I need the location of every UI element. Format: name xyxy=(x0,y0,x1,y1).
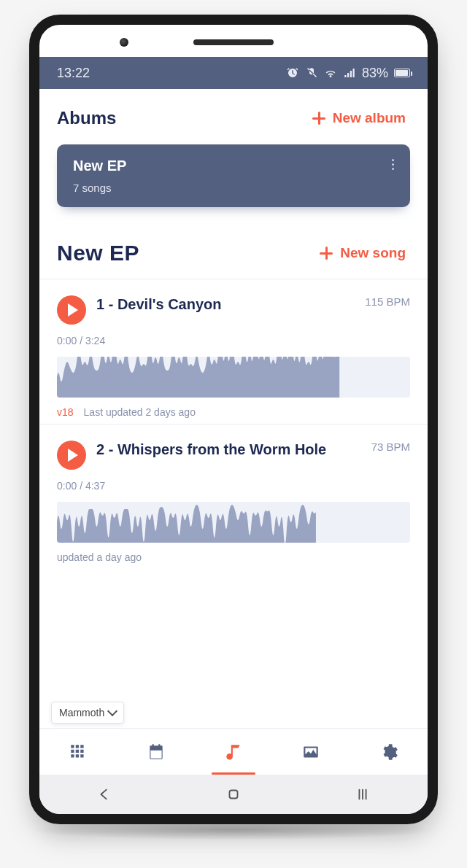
song-row: 1 - Devil's Canyon 115 BPM 0:00 / 3:24 xyxy=(57,279,410,424)
new-album-button[interactable]: New album xyxy=(312,110,410,126)
chevron-down-icon xyxy=(107,706,117,716)
system-nav xyxy=(39,775,428,814)
song-time: 0:00 / 3:24 xyxy=(57,335,410,346)
tab-music[interactable] xyxy=(217,743,250,762)
project-dropdown-label: Mammoth xyxy=(59,707,104,718)
gallery-icon xyxy=(301,743,320,762)
new-song-button[interactable]: New song xyxy=(320,245,410,261)
back-icon xyxy=(96,786,112,802)
song-bpm: 73 BPM xyxy=(371,441,410,453)
waveform[interactable] xyxy=(57,357,410,398)
recents-icon xyxy=(355,786,371,802)
plus-icon xyxy=(320,247,333,260)
app-scroll[interactable]: Abums New album New EP 7 songs N xyxy=(39,89,428,728)
song-meta: v18 Last updated 2 days ago xyxy=(57,406,410,418)
app-root: Abums New album New EP 7 songs N xyxy=(39,89,428,814)
svg-rect-2 xyxy=(229,791,237,799)
gear-icon xyxy=(379,743,398,762)
waveform[interactable] xyxy=(57,502,410,543)
tab-grid[interactable] xyxy=(62,743,94,762)
sysnav-back[interactable] xyxy=(79,786,130,802)
signal-icon xyxy=(343,66,356,80)
alarm-icon xyxy=(286,66,299,80)
tab-settings[interactable] xyxy=(373,743,405,762)
sysnav-recents[interactable] xyxy=(337,786,388,802)
song-row: 2 - Whispers from the Worm Hole 73 BPM 0… xyxy=(57,425,410,569)
albums-title: Abums xyxy=(57,108,116,128)
sysnav-home[interactable] xyxy=(208,786,259,802)
status-bar: 13:22 83% xyxy=(39,57,428,89)
tab-bar xyxy=(39,728,428,775)
status-time: 13:22 xyxy=(57,66,90,81)
music-note-icon xyxy=(224,743,243,762)
grid-icon xyxy=(69,743,88,762)
album-detail-title: New EP xyxy=(57,241,139,266)
calendar-icon xyxy=(147,743,166,762)
album-card-subtitle: 7 songs xyxy=(73,182,394,194)
song-version: v18 xyxy=(57,406,74,418)
battery-icon xyxy=(394,69,410,77)
kebab-icon[interactable] xyxy=(387,155,398,174)
project-dropdown[interactable]: Mammoth xyxy=(51,702,124,724)
plus-icon xyxy=(312,112,325,125)
play-button[interactable] xyxy=(57,295,86,325)
play-button[interactable] xyxy=(57,441,86,470)
album-card-title: New EP xyxy=(73,158,394,174)
album-card[interactable]: New EP 7 songs xyxy=(57,144,410,207)
tab-calendar[interactable] xyxy=(140,743,172,762)
new-song-label: New song xyxy=(340,245,406,261)
home-icon xyxy=(225,786,242,802)
song-title: 1 - Devil's Canyon xyxy=(96,295,355,314)
new-album-label: New album xyxy=(333,110,406,126)
status-icons: 83% xyxy=(286,66,410,81)
battery-text: 83% xyxy=(362,66,388,81)
album-detail-header: New EP New song xyxy=(57,241,410,266)
albums-header: Abums New album xyxy=(57,108,410,128)
song-meta: updated a day ago xyxy=(57,551,410,563)
mute-icon xyxy=(305,66,318,80)
song-title: 2 - Whispers from the Worm Hole xyxy=(96,441,361,459)
song-bpm: 115 BPM xyxy=(365,295,410,308)
wifi-icon xyxy=(324,66,337,80)
camera-dot xyxy=(120,38,128,47)
phone-frame: 13:22 83% Abums New album xyxy=(29,15,438,824)
song-time: 0:00 / 4:37 xyxy=(57,480,410,492)
song-updated: Last updated 2 days ago xyxy=(84,406,196,418)
tab-gallery[interactable] xyxy=(295,743,327,762)
song-updated: updated a day ago xyxy=(57,551,142,563)
